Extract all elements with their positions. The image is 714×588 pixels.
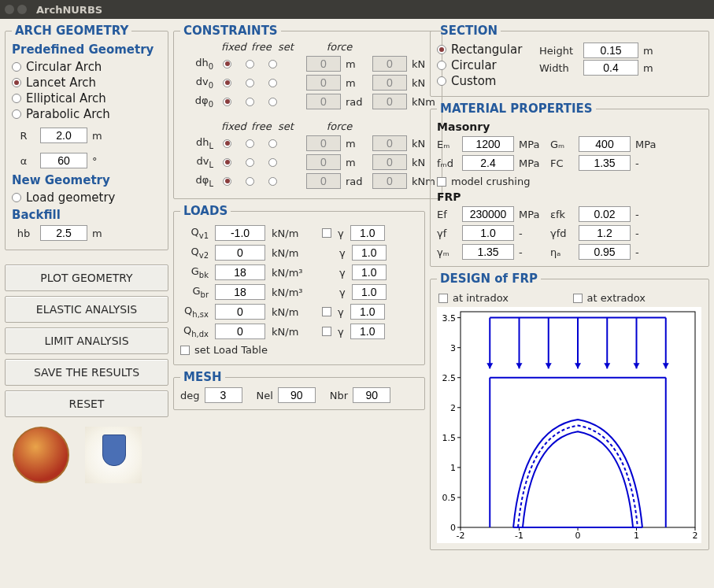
window-close-icon[interactable] [5,5,14,14]
input-gamma-4[interactable] [350,304,385,320]
input-deg[interactable] [205,387,242,403]
radio-set-dvL[interactable] [268,158,277,167]
input-gfd[interactable] [579,225,631,241]
constraint-row-dvL: dvL m kN [180,154,435,170]
unit-Gm: MPa [635,139,653,150]
input-gamma-0[interactable] [350,225,385,241]
svg-text:-2: -2 [457,531,465,541]
input-nbr[interactable] [353,387,390,403]
radio-free-dv0[interactable] [246,79,254,87]
loads-legend: LOADS [180,204,231,218]
radio-fixed-dφ0[interactable] [223,98,231,106]
input-FC[interactable] [579,155,631,171]
input-load-Qh,sx[interactable] [215,304,265,320]
input-force-dφL[interactable] [372,173,407,189]
radio-lancet-arch[interactable] [12,78,21,87]
input-set-dhL[interactable] [306,135,341,151]
radio-section-circ[interactable] [437,61,446,70]
radio-fixed-dhL[interactable] [223,139,231,148]
input-load-Qv2[interactable] [215,245,265,261]
input-alpha[interactable] [40,153,87,168]
label-gamma: γ [338,227,344,239]
input-Gm[interactable] [579,136,631,152]
check-gamma-0[interactable] [322,228,331,238]
input-set-dφ0[interactable] [306,94,341,109]
input-set-dh0[interactable] [306,56,341,72]
radio-set-dφ0[interactable] [268,98,277,106]
radio-free-dhL[interactable] [246,139,254,148]
check-intradox[interactable] [438,294,448,303]
input-width[interactable] [583,60,638,76]
limit-analysis-button[interactable]: LIMIT ANALYSIS [5,327,168,354]
constraint-row-dφ0: dφ0 rad kNm [180,94,435,109]
radio-free-dh0[interactable] [246,60,254,68]
input-nel[interactable] [278,387,316,403]
check-gamma-4[interactable] [322,307,331,316]
input-force-dh0[interactable] [372,56,407,72]
radio-load-geometry[interactable] [12,193,21,202]
radio-fixed-dvL[interactable] [223,158,231,167]
reset-button[interactable]: RESET [5,390,168,417]
radio-fixed-dv0[interactable] [223,79,231,87]
elastic-analysis-button[interactable]: ELASTIC ANALYSIS [5,296,168,323]
radio-fixed-dh0[interactable] [223,60,231,68]
input-Em[interactable] [462,136,514,152]
input-height[interactable] [583,43,638,58]
save-results-button[interactable]: SAVE THE RESULTS [5,359,168,386]
radio-free-dφ0[interactable] [246,98,254,106]
label-intradox: at intradox [453,292,509,304]
input-gf[interactable] [462,225,514,241]
input-load-Gbk[interactable] [215,264,265,280]
input-hb[interactable] [40,225,87,241]
load-label: Gbk [180,265,209,279]
radio-set-dh0[interactable] [268,60,277,68]
radio-elliptical-arch[interactable] [12,94,21,103]
constraint-label: dh0 [180,57,213,71]
radio-free-dφL[interactable] [246,177,254,186]
radio-free-dvL[interactable] [246,158,254,167]
plot-geometry-button[interactable]: PLOT GEOMETRY [5,264,168,291]
input-gamma-3[interactable] [352,284,387,300]
input-set-dφL[interactable] [306,173,341,189]
input-force-dvL[interactable] [372,154,407,170]
label-efk: εfk [550,209,574,220]
check-extradox[interactable] [573,294,583,303]
input-na[interactable] [579,244,631,260]
backfill-label: Backfill [12,208,161,222]
check-set-load-table[interactable] [180,346,190,355]
radio-section-rect[interactable] [437,45,446,54]
input-fmd[interactable] [462,155,514,171]
radio-set-dφL[interactable] [268,177,277,186]
input-force-dφ0[interactable] [372,94,407,109]
label-height: Height [539,45,579,57]
radio-set-dhL[interactable] [268,139,277,148]
input-gamma-1[interactable] [352,245,387,261]
unit-set-dvL: m [346,157,368,168]
input-force-dhL[interactable] [372,135,407,151]
radio-parabolic-arch[interactable] [12,109,21,119]
input-load-Qv1[interactable] [215,225,265,241]
input-load-Qh,dx[interactable] [215,324,265,339]
radio-fixed-dφL[interactable] [223,177,231,186]
window-title: ArchNURBS [36,4,102,16]
check-model-crushing[interactable] [437,177,446,187]
input-R[interactable] [40,128,87,143]
input-gamma-5[interactable] [350,324,385,339]
label-gamma: γ [338,306,344,318]
input-gamma-2[interactable] [352,264,387,280]
load-row-Gbr: Gbr kN/m³ γ [180,284,418,300]
mesh-panel: MESH deg Nel Nbr [173,370,425,410]
window-min-icon[interactable] [17,5,27,14]
radio-circular-arch[interactable] [12,62,21,72]
loads-panel: LOADS Qv1 kN/m γ Qv2 kN/m γ Gbk kN/m³ γ … [173,204,425,365]
check-gamma-5[interactable] [322,327,331,336]
input-load-Gbr[interactable] [215,284,265,300]
input-set-dv0[interactable] [306,75,341,91]
input-set-dvL[interactable] [306,154,341,170]
input-gm[interactable] [462,244,514,260]
radio-set-dv0[interactable] [268,79,277,87]
radio-section-cust[interactable] [437,76,446,86]
input-efk[interactable] [579,206,631,222]
input-force-dv0[interactable] [372,75,407,91]
input-Ef[interactable] [462,206,514,222]
